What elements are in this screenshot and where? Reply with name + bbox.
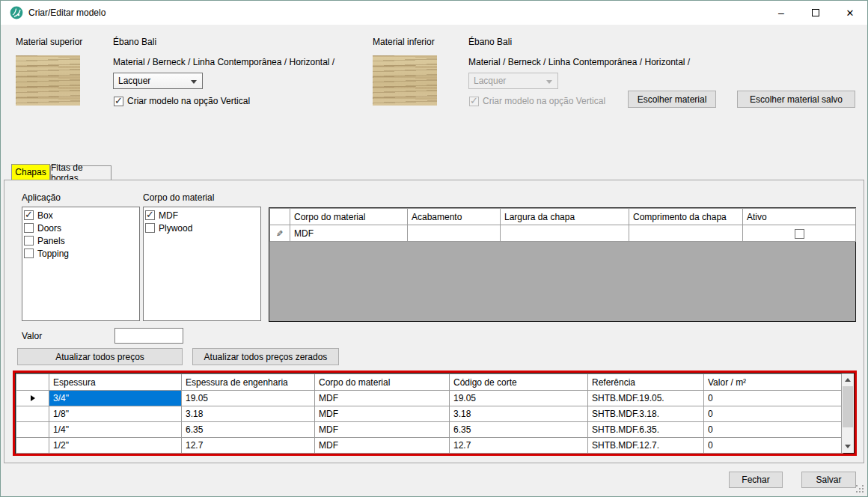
cell-referencia[interactable]: SHTB.MDF.19.05. <box>588 391 704 406</box>
checkbox[interactable] <box>24 248 34 258</box>
column-header[interactable]: Comprimento da chapa <box>629 209 743 225</box>
cell-corpo[interactable]: MDF <box>315 422 450 438</box>
cell-codigo-corte[interactable]: 3.18 <box>450 406 588 422</box>
edit-pencil-icon: ✎ <box>276 229 283 239</box>
material-superior-vertical-option[interactable]: Criar modelo na opção Vertical <box>114 96 250 106</box>
ativo-checkbox[interactable] <box>795 229 804 239</box>
title-bar: Criar/Editar modelo – ✕ <box>1 1 867 25</box>
valor-input[interactable] <box>114 328 183 344</box>
material-superior-label: Material superior <box>16 37 82 47</box>
aplicacao-item-box[interactable]: Box <box>24 209 139 222</box>
corpo-material-checklist: MDF Plywood <box>143 207 261 321</box>
material-superior-finish-select[interactable]: Lacquer <box>113 73 203 89</box>
row-header-cell[interactable] <box>16 438 49 454</box>
arrow-down-icon <box>845 445 851 448</box>
cell-corpo[interactable]: MDF <box>315 406 450 422</box>
row-header-cell-selected[interactable] <box>16 391 49 406</box>
arrow-up-icon <box>845 378 851 382</box>
cell-espessura[interactable]: 3/4" <box>49 391 182 406</box>
cell-codigo-corte[interactable]: 19.05 <box>450 391 588 406</box>
column-header[interactable]: Corpo do material <box>315 374 450 391</box>
aplicacao-item-doors[interactable]: Doors <box>24 222 139 234</box>
column-header[interactable]: Valor / m² <box>704 374 843 391</box>
material-superior-path: Material / Berneck / Linha Contemporânea… <box>113 57 334 67</box>
close-button[interactable]: ✕ <box>833 1 867 25</box>
scroll-down-button[interactable] <box>842 440 854 453</box>
scrollbar-thumb[interactable] <box>843 386 853 427</box>
maximize-button[interactable] <box>798 1 833 25</box>
cell-acabamento[interactable] <box>408 225 501 242</box>
salvar-button[interactable]: Salvar <box>801 472 856 488</box>
cell-ativo[interactable] <box>743 225 856 242</box>
cell-comprimento[interactable] <box>629 225 743 242</box>
aplicacao-item-label: Panels <box>37 236 65 246</box>
checkbox[interactable] <box>24 210 34 220</box>
column-header[interactable]: Acabamento <box>408 209 501 225</box>
cell-espessura[interactable]: 1/2" <box>49 438 182 454</box>
cell-codigo-corte[interactable]: 12.7 <box>450 438 588 454</box>
material-superior-vertical-checkbox[interactable] <box>114 97 123 106</box>
row-header-cell[interactable] <box>16 422 49 438</box>
tab-fitas-de-bordas[interactable]: Fitas de bordas <box>50 165 111 180</box>
update-all-prices-button[interactable]: Atualizar todos preços <box>17 348 183 365</box>
row-header-cell[interactable] <box>16 406 49 422</box>
aplicacao-item-topping[interactable]: Topping <box>24 247 139 260</box>
choose-saved-material-button[interactable]: Escolher material salvo <box>737 91 855 108</box>
column-header[interactable]: Ativo <box>743 209 856 225</box>
cell-referencia[interactable]: SHTB.MDF.12.7. <box>588 438 704 454</box>
material-superior-preview-image <box>16 55 80 106</box>
fechar-button[interactable]: Fechar <box>729 472 783 488</box>
column-header[interactable]: Largura da chapa <box>501 209 629 225</box>
corpo-item-mdf[interactable]: MDF <box>145 209 260 222</box>
material-inferior-preview-image <box>373 55 437 106</box>
checkbox[interactable] <box>24 223 34 233</box>
vertical-scrollbar[interactable] <box>841 373 854 453</box>
aplicacao-item-label: Doors <box>37 223 61 234</box>
checkbox[interactable] <box>145 223 155 233</box>
choose-material-button[interactable]: Escolher material <box>628 91 716 108</box>
material-inferior-path: Material / Berneck / Linha Contemporânea… <box>468 57 690 67</box>
precos-grid: Espessura Espessura de engenharia Corpo … <box>15 373 855 454</box>
cell-valor-m2[interactable]: 0 <box>704 406 843 422</box>
column-header[interactable]: Código de corte <box>450 374 588 391</box>
cell-espessura-engenharia[interactable]: 3.18 <box>182 406 315 422</box>
column-header[interactable]: Espessura de engenharia <box>182 374 315 391</box>
cell-espessura-engenharia[interactable]: 6.35 <box>182 422 315 438</box>
resize-grip[interactable] <box>856 485 864 493</box>
cell-valor-m2[interactable]: 0 <box>704 391 843 406</box>
cell-espessura-engenharia[interactable]: 12.7 <box>182 438 315 454</box>
cell-corpo[interactable]: MDF <box>315 391 450 406</box>
cell-codigo-corte[interactable]: 6.35 <box>450 422 588 438</box>
cell-valor-m2[interactable]: 0 <box>704 422 843 438</box>
scroll-up-button[interactable] <box>842 373 854 386</box>
aplicacao-checklist: Box Doors Panels Topping <box>22 207 140 321</box>
aplicacao-item-panels[interactable]: Panels <box>24 234 139 247</box>
update-zero-prices-button[interactable]: Atualizar todos preços zerados <box>192 348 339 365</box>
cell-referencia[interactable]: SHTB.MDF.6.35. <box>588 422 704 438</box>
material-inferior-vertical-option: Criar modelo na opção Vertical <box>469 96 605 106</box>
cell-espessura[interactable]: 1/8" <box>49 406 182 422</box>
row-header-cell[interactable]: ✎ <box>270 225 290 242</box>
minimize-button[interactable]: – <box>764 1 798 25</box>
cell-corpo[interactable]: MDF <box>315 438 450 454</box>
column-header[interactable]: Espessura <box>49 374 182 391</box>
corpo-item-plywood[interactable]: Plywood <box>145 222 260 234</box>
cell-referencia[interactable]: SHTB.MDF.3.18. <box>588 406 704 422</box>
tab-chapas[interactable]: Chapas <box>11 164 50 180</box>
checkbox[interactable] <box>145 210 155 220</box>
column-header[interactable]: Corpo do material <box>290 209 408 225</box>
material-inferior-label: Material inferior <box>373 37 435 47</box>
cell-valor-m2[interactable]: 0 <box>704 438 843 454</box>
checkbox[interactable] <box>24 236 34 246</box>
column-header[interactable]: Referência <box>588 374 704 391</box>
material-superior-vertical-label: Criar modelo na opção Vertical <box>127 96 250 106</box>
cell-espessura[interactable]: 1/4" <box>49 422 182 438</box>
chapas-grid-header-row: Corpo do material Acabamento Largura da … <box>270 209 856 225</box>
precos-grid-row: 1/4" 6.35 MDF 6.35 SHTB.MDF.6.35. 0 <box>16 422 843 438</box>
material-inferior-finish-select: Lacquer <box>468 73 558 89</box>
cell-corpo[interactable]: MDF <box>290 225 408 242</box>
cell-espessura-engenharia[interactable]: 19.05 <box>182 391 315 406</box>
chapas-grid: Corpo do material Acabamento Largura da … <box>269 207 856 322</box>
current-row-arrow-icon <box>31 395 35 401</box>
cell-largura[interactable] <box>501 225 629 242</box>
